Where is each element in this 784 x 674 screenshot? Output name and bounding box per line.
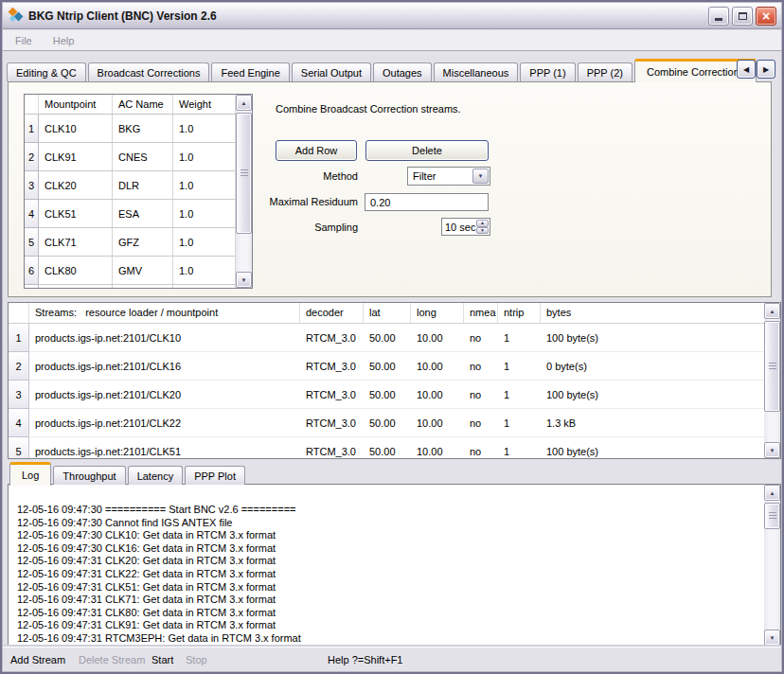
bytes-cell: 100 byte(s) — [541, 324, 764, 352]
tab-log[interactable]: Log — [9, 462, 51, 486]
long-cell: 10.00 — [411, 352, 464, 381]
spin-up-icon[interactable]: ▲ — [476, 220, 489, 227]
row-number: 3 — [9, 381, 29, 409]
add-row-button[interactable]: Add Row — [276, 140, 357, 161]
tab-bar: Editing & QCBroadcast CorrectionsFeed En… — [7, 59, 758, 81]
tab-editing-qc[interactable]: Editing & QC — [7, 62, 86, 81]
close-button[interactable]: × — [756, 7, 776, 26]
chevron-down-icon[interactable]: ▼ — [472, 168, 489, 184]
tab-ppp-plot[interactable]: PPP Plot — [185, 466, 245, 485]
mountpoint-header: Mountpoint — [39, 95, 113, 114]
delete-button[interactable]: Delete — [365, 140, 489, 161]
nmea-header: nmea — [464, 303, 498, 323]
sampling-spinbox[interactable]: 10 sec ▲ ▼ — [441, 218, 490, 236]
scrollbar-thumb[interactable] — [764, 503, 780, 529]
table-row[interactable]: 5products.igs-ip.net:2101/CLK51RTCM_3.05… — [9, 437, 764, 458]
resource-cell: products.igs-ip.net:2101/CLK16 — [29, 352, 300, 381]
log-line: 12-05-16 09:47:31 CLK80: Get data in RTC… — [17, 607, 763, 620]
table-row[interactable]: 3products.igs-ip.net:2101/CLK20RTCM_3.05… — [9, 381, 764, 409]
scroll-up-icon[interactable]: ▲ — [764, 303, 780, 319]
scroll-up-icon[interactable]: ▲ — [764, 485, 780, 501]
empty-cell — [173, 285, 236, 288]
delete-stream-button: Delete Stream — [79, 654, 145, 665]
tab-ppp-1[interactable]: PPP (1) — [520, 62, 575, 81]
table-row[interactable]: 1products.igs-ip.net:2101/CLK10RTCM_3.05… — [9, 324, 764, 352]
row-number: 4 — [9, 409, 29, 437]
row-number: 2 — [9, 352, 29, 381]
spin-down-icon[interactable]: ▼ — [476, 227, 489, 235]
scroll-down-icon[interactable]: ▼ — [764, 442, 780, 458]
maximize-button[interactable] — [732, 7, 753, 26]
table-row[interactable]: 4products.igs-ip.net:2101/CLK22RTCM_3.05… — [9, 409, 764, 437]
table-row[interactable]: 2CLK91CNES1.0 — [25, 143, 236, 171]
log-scrollbar[interactable]: ▲ ▼ — [764, 485, 780, 646]
ac-name-cell: CNES — [113, 143, 173, 171]
decoder-cell: RTCM_3.0 — [300, 437, 364, 458]
table-row[interactable]: 2products.igs-ip.net:2101/CLK16RTCM_3.05… — [9, 352, 764, 381]
tab-serial-output[interactable]: Serial Output — [292, 62, 371, 81]
tab-feed-engine[interactable]: Feed Engine — [211, 62, 289, 81]
row-number-header — [25, 95, 39, 114]
menu-bar: FileHelp — [3, 30, 781, 51]
maximal-residuum-input[interactable]: 0.20 — [365, 193, 489, 211]
ntrip-cell: 1 — [498, 324, 541, 352]
ntrip-cell: 1 — [498, 409, 541, 437]
sampling-label: Sampling — [235, 222, 358, 233]
streams-table-header: Streams: resource loader / mountpoint de… — [9, 303, 764, 324]
lat-cell: 50.00 — [364, 352, 411, 381]
method-dropdown[interactable]: Filter ▼ — [407, 167, 490, 186]
ntrip-header: ntrip — [498, 303, 541, 323]
table-row[interactable]: 6CLK80GMV1.0 — [25, 257, 236, 285]
streams-table-scrollbar[interactable]: ▲ ▼ — [764, 303, 780, 458]
resource-cell: products.igs-ip.net:2101/CLK22 — [29, 409, 300, 437]
title-bar: BKG Ntrip Client (BNC) Version 2.6 × — [3, 3, 781, 29]
status-bar: Add Stream Delete Stream Start Stop Help… — [3, 647, 781, 671]
row-number: 4 — [25, 200, 39, 228]
log-line: 12-05-16 09:47:31 CLK20: Get data in RTC… — [17, 555, 763, 568]
decoder-cell: RTCM_3.0 — [300, 381, 364, 409]
row-number: 1 — [9, 324, 29, 352]
menu-item-file[interactable]: File — [12, 33, 35, 48]
log-line: 12-05-16 09:47:30 Cannot find IGS ANTEX … — [17, 517, 763, 530]
scroll-down-icon[interactable]: ▼ — [236, 272, 252, 288]
stop-button: Stop — [186, 654, 207, 665]
table-row[interactable]: 3CLK20DLR1.0 — [25, 171, 236, 200]
tab-outages[interactable]: Outages — [373, 62, 432, 81]
mountpoint-table-scrollbar[interactable]: ▲ ▼ — [236, 95, 252, 288]
nmea-cell: no — [464, 324, 498, 352]
mountpoint-cell: CLK91 — [39, 143, 113, 171]
lat-cell: 50.00 — [364, 324, 411, 352]
minimize-button[interactable] — [708, 7, 729, 26]
scrollbar-thumb[interactable] — [764, 321, 780, 412]
help-shortcut-label: Help ?=Shift+F1 — [328, 654, 403, 665]
log-line: 12-05-16 09:47:30 ========== Start BNC v… — [17, 504, 763, 517]
row-number: 1 — [25, 115, 39, 143]
ac-name-cell: DLR — [113, 171, 173, 200]
combine-description: Combine Broadcast Correction streams. — [276, 103, 461, 115]
start-button[interactable]: Start — [151, 654, 173, 665]
resource-cell: products.igs-ip.net:2101/CLK20 — [29, 381, 300, 409]
add-stream-button[interactable]: Add Stream — [10, 654, 65, 665]
row-number: 2 — [25, 143, 39, 171]
table-row[interactable]: 1CLK10BKG1.0 — [25, 115, 236, 143]
log-line: 12-05-16 09:47:31 CLK22: Get data in RTC… — [17, 568, 763, 581]
mountpoint-cell: CLK20 — [39, 171, 113, 200]
tab-throughput[interactable]: Throughput — [53, 466, 125, 485]
bnc-logo-icon — [8, 8, 24, 24]
tab-ppp-2[interactable]: PPP (2) — [578, 62, 633, 81]
row-number — [25, 285, 39, 288]
scroll-down-icon[interactable]: ▼ — [764, 630, 780, 646]
tab-miscellaneous[interactable]: Miscellaneous — [434, 62, 519, 81]
lat-cell: 50.00 — [364, 381, 411, 409]
table-row[interactable]: 4CLK51ESA1.0 — [25, 200, 236, 228]
menu-item-help[interactable]: Help — [50, 33, 78, 48]
tab-scroll-right-button[interactable]: ▶ — [757, 60, 775, 79]
tab-scroll-arrows: ◀ ▶ — [737, 60, 775, 79]
tab-scroll-left-button[interactable]: ◀ — [737, 60, 756, 79]
tab-broadcast-corrections[interactable]: Broadcast Corrections — [88, 62, 210, 81]
scroll-up-icon[interactable]: ▲ — [236, 95, 252, 111]
maximize-icon — [739, 12, 747, 20]
bytes-cell: 100 byte(s) — [541, 381, 764, 409]
tab-latency[interactable]: Latency — [128, 466, 184, 485]
table-row[interactable]: 5CLK71GFZ1.0 — [25, 228, 236, 257]
